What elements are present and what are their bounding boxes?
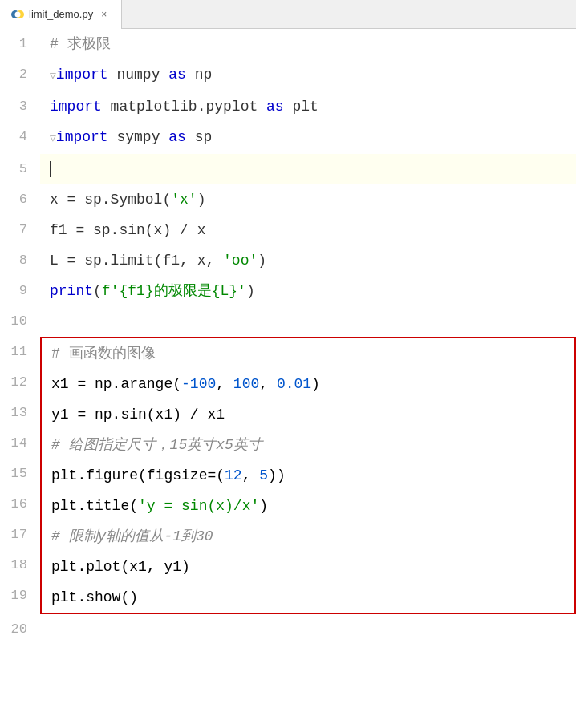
line-content-8[interactable]: L = sp.limit(f1, x, 'oo') <box>40 245 576 276</box>
code-line-7: 7 f1 = sp.sin(x) / x <box>0 215 576 245</box>
tab-filename: limit_demo.py <box>29 8 93 20</box>
boxed-ln-15: 15 <box>0 459 40 489</box>
boxed-line-18[interactable]: plt.plot(x1, y1) <box>42 552 574 582</box>
fstring-var-9a: {f1} <box>119 283 153 299</box>
boxed-line-16[interactable]: plt.title('y = sin(x)/x') <box>42 491 574 521</box>
line-number-20: 20 <box>0 614 40 645</box>
line-number-10: 10 <box>0 306 40 337</box>
code-line-5[interactable]: 5 <box>0 154 576 184</box>
line-content-10[interactable] <box>40 306 576 337</box>
text-3a: matplotlib.pyplot <box>102 99 266 115</box>
svg-point-2 <box>15 11 21 17</box>
boxed-ln-14: 14 <box>0 428 40 459</box>
boxed-line-11[interactable]: # 画函数的图像 <box>42 338 574 369</box>
code-line-1: 1 # 求极限 <box>0 29 576 59</box>
boxed-line-numbers: 11 12 13 14 15 16 17 18 19 <box>0 337 40 614</box>
text-9a: ( <box>93 283 102 299</box>
builtin-print: print <box>50 283 93 299</box>
line-content-9[interactable]: print(f'{f1}的极限是{L}') <box>40 276 576 306</box>
boxed-ln-18: 18 <box>0 550 40 580</box>
line-number-9: 9 <box>0 276 40 306</box>
text-12d: ) <box>311 376 320 392</box>
text-18: plt.plot(x1, y1) <box>51 559 190 575</box>
boxed-ln-12: 12 <box>0 367 40 398</box>
line-content-6[interactable]: x = sp.Symbol('x') <box>40 184 576 215</box>
red-box: # 画函数的图像 x1 = np.arange(-100, 100, 0.01)… <box>40 337 576 614</box>
text-15c: )) <box>268 467 286 483</box>
line-number-6: 6 <box>0 184 40 215</box>
keyword-import-3: import <box>50 99 102 115</box>
line-number-2: 2 <box>0 59 40 91</box>
line-number-3: 3 <box>0 91 40 122</box>
file-tab[interactable]: limit_demo.py × <box>0 0 122 29</box>
text-13: y1 = np.sin(x1) / x1 <box>51 406 225 423</box>
comment-1: # 求极限 <box>50 36 111 52</box>
code-line-3: 3 import matplotlib.pyplot as plt <box>0 91 576 122</box>
text-6a: x = sp.Symbol( <box>50 192 171 208</box>
keyword-as-3: as <box>266 99 284 115</box>
string-16: 'y = sin(x)/x' <box>138 498 259 514</box>
boxed-line-19[interactable]: plt.show() <box>42 582 574 613</box>
num-12a: -100 <box>181 376 216 392</box>
line-number-4: 4 <box>0 122 40 154</box>
boxed-line-12[interactable]: x1 = np.arange(-100, 100, 0.01) <box>42 369 574 399</box>
line-content-1[interactable]: # 求极限 <box>40 29 576 59</box>
text-15a: plt.figure(figsize=( <box>51 467 225 483</box>
text-9b: ) <box>246 283 255 299</box>
text-4b: sp <box>186 129 212 145</box>
fstring-9: f' <box>102 283 120 299</box>
boxed-line-15[interactable]: plt.figure(figsize=(12, 5)) <box>42 460 574 491</box>
text-16a: plt.title( <box>51 498 138 514</box>
boxed-ln-16: 16 <box>0 489 40 520</box>
fstring-var-9b: {L} <box>212 283 237 299</box>
boxed-line-13[interactable]: y1 = np.sin(x1) / x1 <box>42 399 574 430</box>
keyword-as-4: as <box>168 129 186 145</box>
text-12c: , <box>259 376 277 392</box>
comment-11: # 画函数的图像 <box>51 346 156 362</box>
line-content-4[interactable]: ▽import sympy as sp <box>40 122 576 154</box>
text-15b: , <box>242 467 260 483</box>
text-2b: np <box>186 67 212 83</box>
fold-icon-2[interactable]: ▽ <box>50 70 56 82</box>
line-number-5: 5 <box>0 154 40 184</box>
fold-icon-4[interactable]: ▽ <box>50 132 56 144</box>
line-number-1: 1 <box>0 29 40 59</box>
boxed-line-14[interactable]: # 给图指定尺寸，15英寸x5英寸 <box>42 430 574 460</box>
line-content-20[interactable] <box>40 614 576 645</box>
keyword-import-4: import <box>56 129 108 145</box>
line-content-5[interactable] <box>40 154 576 184</box>
num-15b: 5 <box>259 467 268 483</box>
code-line-9: 9 print(f'{f1}的极限是{L}') <box>0 276 576 306</box>
num-12c: 0.01 <box>277 376 311 392</box>
text-8b: ) <box>258 253 266 269</box>
fstring-end-9: ' <box>237 283 246 299</box>
text-cursor <box>50 161 51 177</box>
text-2a: numpy <box>108 67 169 83</box>
line-number-8: 8 <box>0 245 40 276</box>
code-line-10: 10 <box>0 306 576 337</box>
line-number-7: 7 <box>0 215 40 245</box>
num-12b: 100 <box>233 376 259 392</box>
text-7: f1 = sp.sin(x) / x <box>50 222 205 238</box>
tab-bar: limit_demo.py × <box>0 0 576 29</box>
boxed-section-wrapper: 11 12 13 14 15 16 17 18 19 # 画函数的图像 x1 =… <box>0 337 576 614</box>
text-8a: L = sp.limit(f1, x, <box>50 253 223 269</box>
string-8: 'oo' <box>223 253 258 269</box>
code-line-2: 2 ▽import numpy as np <box>0 59 576 91</box>
comment-17: # 限制y轴的值从-1到30 <box>51 528 213 544</box>
num-15a: 12 <box>225 467 242 483</box>
tab-close-button[interactable]: × <box>98 7 110 22</box>
code-line-8: 8 L = sp.limit(f1, x, 'oo') <box>0 245 576 276</box>
text-12a: x1 = np.arange( <box>51 376 181 392</box>
line-content-7[interactable]: f1 = sp.sin(x) / x <box>40 215 576 245</box>
code-line-6: 6 x = sp.Symbol('x') <box>0 184 576 215</box>
keyword-as-2: as <box>168 67 186 83</box>
line-content-3[interactable]: import matplotlib.pyplot as plt <box>40 91 576 122</box>
code-line-20: 20 <box>0 614 576 645</box>
line-content-2[interactable]: ▽import numpy as np <box>40 59 576 91</box>
boxed-ln-19: 19 <box>0 580 40 611</box>
text-16b: ) <box>259 498 268 514</box>
boxed-line-17[interactable]: # 限制y轴的值从-1到30 <box>42 521 574 552</box>
keyword-import-2: import <box>56 67 108 83</box>
text-4a: sympy <box>108 129 169 145</box>
